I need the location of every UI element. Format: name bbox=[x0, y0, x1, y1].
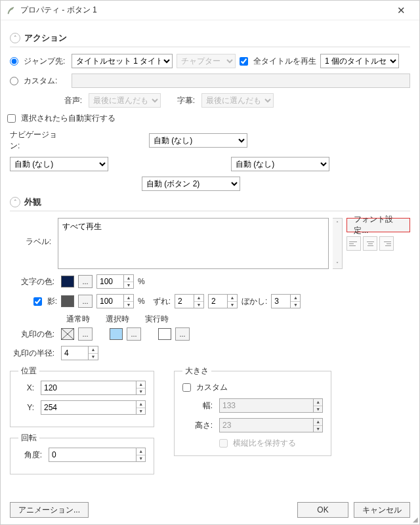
label-label: ラベル: bbox=[10, 218, 54, 247]
jump-target-select[interactable]: タイトルセット 1 タイトル 1 bbox=[72, 54, 173, 68]
blur-input[interactable]: ▲▼ bbox=[271, 294, 301, 308]
ring-normal-picker[interactable]: ... bbox=[78, 327, 93, 341]
nav-right-select[interactable]: 自動 (なし) bbox=[231, 157, 329, 171]
width-input: ▲▼ bbox=[219, 398, 323, 413]
ring-exec-swatch[interactable] bbox=[158, 328, 171, 340]
ring-exec-picker[interactable]: ... bbox=[175, 327, 190, 341]
nav-left-select[interactable]: 自動 (なし) bbox=[10, 157, 108, 171]
pos-y-input[interactable]: ▲▼ bbox=[41, 400, 146, 415]
text-color-swatch[interactable] bbox=[61, 276, 74, 287]
position-fieldset: 位置 X: ▲▼ Y: ▲▼ bbox=[10, 366, 154, 427]
chevron-up-icon: ˄ bbox=[10, 33, 20, 43]
nav-up-select[interactable]: 自動 (なし) bbox=[149, 133, 247, 148]
resize-grip-icon[interactable]: ◢ bbox=[413, 516, 418, 523]
text-color-label: 文字の色: bbox=[10, 276, 57, 287]
section-look-header[interactable]: ˄ 外観 bbox=[10, 196, 410, 208]
angle-input[interactable]: ▲▼ bbox=[49, 448, 146, 462]
percent-label: % bbox=[138, 277, 145, 286]
ring-normal-swatch[interactable] bbox=[61, 328, 74, 340]
close-icon[interactable]: ✕ bbox=[388, 5, 414, 16]
shadow-opacity-input[interactable]: ▲▼ bbox=[96, 294, 134, 308]
align-left-button[interactable] bbox=[346, 236, 361, 251]
keep-aspect-checkbox: 横縦比を保持する bbox=[219, 438, 323, 449]
nav-down-select[interactable]: 自動 (ボタン 2) bbox=[142, 177, 240, 191]
height-input: ▲▼ bbox=[219, 418, 323, 432]
play-all-checkbox[interactable]: 全タイトルを再生 bbox=[240, 56, 316, 67]
window-title: プロパティ - ボタン 1 bbox=[20, 5, 388, 16]
font-settings-button[interactable]: フォント設定... bbox=[346, 218, 410, 232]
shadow-checkbox[interactable]: 影: bbox=[10, 296, 57, 307]
jump-row: ジャンプ先: タイトルセット 1 タイトル 1 チャプター 1 全タイトルを再生… bbox=[10, 54, 410, 68]
offset-y-input[interactable]: ▲▼ bbox=[208, 294, 238, 308]
custom-row: カスタム: bbox=[10, 74, 410, 88]
text-align-group bbox=[346, 236, 410, 251]
state-headers: 通常時 選択時 実行時 bbox=[66, 314, 410, 325]
ring-color-row: 丸印の色: ... ... ... bbox=[10, 327, 410, 341]
custom-input bbox=[72, 74, 410, 88]
audio-sub-row: 音声: 最後に選んだもの 字幕: 最後に選んだもの bbox=[47, 93, 410, 108]
ring-select-swatch[interactable] bbox=[110, 328, 123, 340]
offset-label: ずれ: bbox=[153, 296, 171, 307]
properties-dialog: プロパティ - ボタン 1 ✕ ˄ アクション ジャンプ先: タイトルセット 1… bbox=[0, 0, 420, 525]
align-center-button[interactable] bbox=[363, 236, 377, 251]
bottom-bar: アニメーション... OK キャンセル bbox=[1, 495, 419, 524]
chevron-up-icon: ˄ bbox=[10, 197, 20, 207]
custom-size-checkbox[interactable]: カスタム bbox=[182, 382, 323, 393]
text-opacity-input[interactable]: ▲▼ bbox=[96, 274, 134, 289]
shadow-color-picker-button[interactable]: ... bbox=[78, 295, 93, 308]
nav-bottom-row: 自動 (ボタン 2) bbox=[10, 177, 410, 191]
divider bbox=[10, 211, 410, 211]
ring-radius-row: 丸印の半径: ▲▼ bbox=[10, 346, 410, 360]
blur-label: ぼかし: bbox=[242, 296, 267, 307]
textarea-scrollbar[interactable]: ˄˅ bbox=[333, 218, 343, 269]
ring-color-label: 丸印の色: bbox=[10, 329, 57, 340]
offset-x-input[interactable]: ▲▼ bbox=[175, 294, 204, 308]
section-action-title: アクション bbox=[24, 32, 67, 44]
audio-label: 音声: bbox=[47, 95, 85, 106]
custom-radio[interactable]: カスタム: bbox=[10, 75, 68, 87]
nav-mid-row: 自動 (なし) 自動 (なし) bbox=[10, 157, 410, 171]
animation-button[interactable]: アニメーション... bbox=[10, 502, 89, 518]
app-icon bbox=[6, 5, 16, 16]
ok-button[interactable]: OK bbox=[297, 502, 348, 518]
section-look-title: 外観 bbox=[24, 196, 41, 208]
shadow-row: 影: ... ▲▼ % ずれ: ▲▼ ▲▼ ぼかし: ▲▼ bbox=[10, 294, 410, 308]
ring-radius-label: 丸印の半径: bbox=[10, 348, 57, 359]
autorun-checkbox[interactable]: 選択されたら自動実行する bbox=[7, 113, 410, 124]
geometry-wrap: 位置 X: ▲▼ Y: ▲▼ 回転 角度: ▲▼ 大きさ カスタム bbox=[10, 366, 410, 474]
content: ˄ アクション ジャンプ先: タイトルセット 1 タイトル 1 チャプター 1 … bbox=[1, 20, 419, 495]
section-action-header[interactable]: ˄ アクション bbox=[10, 32, 410, 44]
subtitle-label: 字幕: bbox=[165, 95, 198, 106]
subtitle-select: 最後に選んだもの bbox=[201, 93, 274, 108]
text-color-picker-button[interactable]: ... bbox=[78, 275, 93, 288]
titlebar: プロパティ - ボタン 1 ✕ bbox=[1, 1, 419, 20]
divider bbox=[10, 47, 410, 47]
titleset-count-select[interactable]: 1 個のタイトルセット bbox=[320, 54, 399, 68]
text-color-row: 文字の色: ... ▲▼ % bbox=[10, 274, 410, 289]
navigation-label: ナビゲージョン: bbox=[10, 129, 69, 152]
align-right-button[interactable] bbox=[379, 236, 394, 251]
size-fieldset: 大きさ カスタム 幅: ▲▼ 高さ: ▲▼ 横縦比を保持する bbox=[174, 366, 331, 456]
ring-select-picker[interactable]: ... bbox=[127, 327, 141, 341]
ring-radius-input[interactable]: ▲▼ bbox=[61, 346, 98, 360]
shadow-color-swatch[interactable] bbox=[61, 295, 74, 307]
audio-select: 最後に選んだもの bbox=[89, 93, 161, 108]
label-textarea[interactable]: すべて再生 bbox=[58, 218, 329, 269]
label-row: ラベル: すべて再生 ˄˅ フォント設定... bbox=[10, 218, 410, 269]
jump-radio[interactable]: ジャンプ先: bbox=[10, 56, 68, 67]
rotation-fieldset: 回転 角度: ▲▼ bbox=[10, 432, 154, 474]
cancel-button[interactable]: キャンセル bbox=[354, 502, 410, 518]
navigation-row: ナビゲージョン: 自動 (なし) bbox=[10, 129, 410, 152]
chapter-select: チャプター 1 bbox=[177, 54, 236, 68]
pos-x-input[interactable]: ▲▼ bbox=[41, 381, 146, 395]
